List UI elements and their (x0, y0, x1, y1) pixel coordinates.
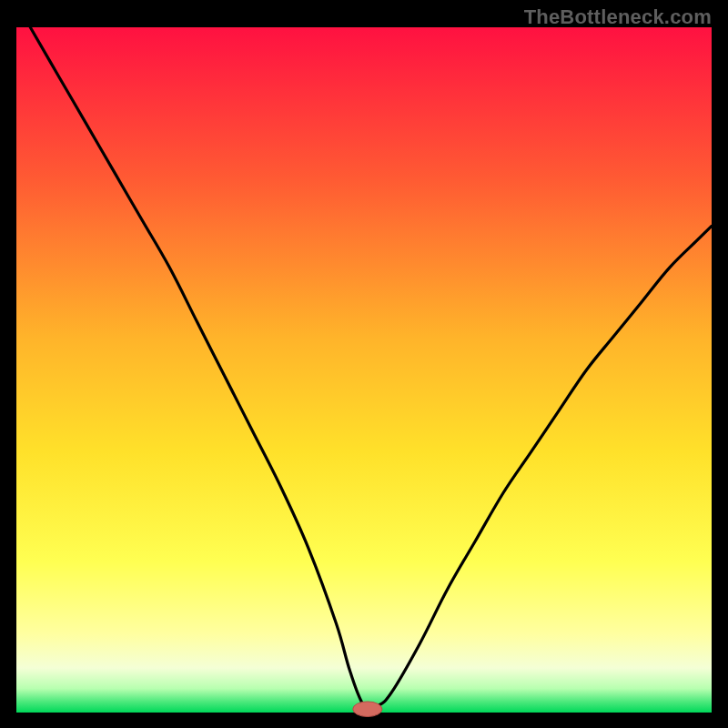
plot-gradient-background (16, 27, 712, 713)
watermark-text: TheBottleneck.com (524, 5, 712, 29)
optimal-point-marker (353, 702, 382, 717)
chart-stage: TheBottleneck.com (0, 0, 728, 728)
bottleneck-chart (0, 0, 728, 728)
